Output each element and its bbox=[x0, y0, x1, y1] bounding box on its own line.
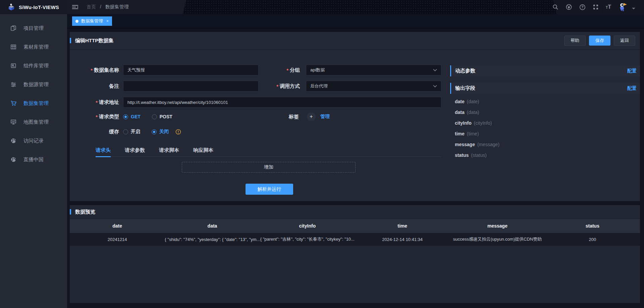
chevron-down-icon bbox=[433, 85, 437, 87]
sliders-icon bbox=[10, 81, 17, 88]
tab-request-headers[interactable]: 请求头 bbox=[96, 144, 111, 157]
top-bar: 首页 / 数据集管理 ? TT bbox=[67, 0, 644, 14]
output-fields-header: 输出字段 配置 bbox=[450, 83, 640, 94]
tab-request-params[interactable]: 请求参数 bbox=[125, 144, 145, 157]
warning-icon bbox=[175, 129, 181, 135]
field-alias: (data) bbox=[467, 110, 479, 115]
parse-and-run-button[interactable]: 解析并运行 bbox=[246, 184, 293, 195]
output-fields-config-link[interactable]: 配置 bbox=[627, 85, 637, 91]
sidebar-item-material[interactable]: 素材库管理 bbox=[0, 38, 67, 56]
output-field-item: status (status) bbox=[450, 150, 640, 161]
request-method-label: * 请求类型 bbox=[70, 113, 119, 120]
back-button[interactable]: 返回 bbox=[614, 36, 635, 46]
radio-post-label[interactable]: POST bbox=[160, 114, 172, 119]
invoke-mode-select[interactable]: 后台代理 bbox=[306, 81, 441, 91]
field-name: cityInfo bbox=[455, 120, 472, 126]
dynamic-params-header: 动态参数 配置 bbox=[450, 65, 640, 76]
data-preview-header: 数据预览 bbox=[70, 205, 640, 219]
sidebar-item-live-china[interactable]: 直播中国 bbox=[0, 150, 67, 169]
tag-label: 标签 bbox=[251, 113, 299, 120]
manage-tags-link[interactable]: 管理 bbox=[320, 114, 330, 120]
cell-status: 200 bbox=[545, 237, 640, 242]
breadcrumb-separator: / bbox=[100, 4, 101, 9]
tag-controls: + 管理 bbox=[307, 112, 330, 121]
logo[interactable]: SiWu-IoT-VIEWS bbox=[0, 0, 67, 14]
column-header: message bbox=[450, 223, 545, 229]
sidebar-item-project[interactable]: 项目管理 bbox=[0, 19, 67, 38]
github-icon[interactable] bbox=[566, 4, 572, 10]
editor-panel: 编辑HTTP数据集 帮助 保存 返回 * 数据集名称 * 分组 api数据 备注 bbox=[70, 32, 640, 201]
sidebar-item-label: 访问记录 bbox=[23, 138, 44, 144]
column-header: status bbox=[545, 223, 640, 229]
add-tag-button[interactable]: + bbox=[307, 112, 316, 121]
radio-cache-off-label[interactable]: 关闭 bbox=[159, 129, 169, 135]
sidebar-item-component[interactable]: 组件库管理 bbox=[0, 56, 67, 75]
component-icon bbox=[10, 62, 17, 69]
field-name: data bbox=[455, 110, 465, 115]
field-alias: (date) bbox=[467, 99, 479, 104]
group-select[interactable]: api数据 bbox=[306, 65, 441, 75]
save-button[interactable]: 保存 bbox=[589, 36, 610, 46]
output-fields-title: 输出字段 bbox=[455, 85, 475, 91]
search-icon[interactable] bbox=[552, 4, 559, 10]
sidebar-item-datasource[interactable]: 数据源管理 bbox=[0, 75, 67, 94]
fullscreen-icon[interactable] bbox=[592, 4, 599, 10]
sidebar-item-dataset[interactable]: 数据集管理 bbox=[0, 94, 67, 113]
request-url-input[interactable] bbox=[123, 97, 441, 108]
collapse-menu-icon[interactable] bbox=[72, 4, 78, 10]
avatar[interactable] bbox=[618, 2, 627, 12]
breadcrumb-home[interactable]: 首页 bbox=[87, 4, 96, 9]
output-field-item: cityInfo (cityInfo) bbox=[450, 118, 640, 128]
dynamic-params-config-link[interactable]: 配置 bbox=[627, 68, 637, 74]
editor-title: 编辑HTTP数据集 bbox=[75, 38, 113, 44]
sidebar-item-access-log[interactable]: 访问记录 bbox=[0, 131, 67, 150]
output-field-item: time (time) bbox=[450, 128, 640, 139]
group-select-value: api数据 bbox=[310, 67, 433, 73]
field-alias: (message) bbox=[477, 142, 499, 147]
font-size-icon[interactable]: TT bbox=[606, 4, 611, 10]
help-button[interactable]: 帮助 bbox=[564, 36, 586, 46]
sidebar-nav: 项目管理 素材库管理 组件库管理 数据源管理 bbox=[0, 14, 67, 169]
invoke-mode-label: * 调用方式 bbox=[237, 81, 300, 91]
params-column: 动态参数 配置 输出字段 配置 date (date) data (data) … bbox=[450, 65, 640, 161]
required-asterisk: * bbox=[91, 67, 93, 73]
data-preview-panel: 数据预览 date data cityInfo time message sta… bbox=[70, 205, 640, 303]
tab-request-script[interactable]: 请求脚本 bbox=[159, 144, 179, 157]
sidebar-item-label: 素材库管理 bbox=[23, 44, 49, 50]
cache-label: 缓存 bbox=[70, 128, 119, 135]
radio-cache-off[interactable] bbox=[152, 129, 157, 134]
column-header: time bbox=[355, 223, 450, 229]
tab-label: 数据集管理 bbox=[81, 18, 103, 24]
sidebar-item-mapset[interactable]: 地图集管理 bbox=[0, 113, 67, 131]
radio-get[interactable] bbox=[123, 114, 128, 119]
user-menu-caret-icon[interactable] bbox=[632, 8, 635, 9]
radio-get-label[interactable]: GET bbox=[131, 114, 141, 119]
field-name: time bbox=[455, 131, 465, 136]
field-alias: (status) bbox=[471, 152, 487, 158]
sidebar: SiWu-IoT-VIEWS 项目管理 素材库管理 组件库管理 bbox=[0, 0, 67, 308]
tab-response-script[interactable]: 响应脚本 bbox=[193, 144, 213, 157]
app-root: SiWu-IoT-VIEWS 项目管理 素材库管理 组件库管理 bbox=[0, 0, 644, 308]
dataset-name-label: * 数据集名称 bbox=[70, 65, 119, 75]
column-header: cityInfo bbox=[260, 223, 355, 229]
sidebar-item-label: 直播中国 bbox=[23, 157, 44, 163]
output-field-item: data (data) bbox=[450, 107, 640, 118]
column-header: date bbox=[70, 223, 165, 229]
table-row[interactable]: 20241214 { "shidu": "74%", "yesterday": … bbox=[70, 233, 640, 246]
question-icon[interactable]: ? bbox=[579, 4, 586, 10]
cell-date: 20241214 bbox=[70, 237, 165, 242]
grid-icon bbox=[10, 44, 17, 50]
tab-close-icon[interactable]: × bbox=[106, 19, 109, 23]
active-tab-dot-icon bbox=[75, 20, 78, 23]
field-name: message bbox=[455, 142, 475, 147]
chevron-down-icon bbox=[433, 69, 437, 71]
field-name: status bbox=[455, 152, 469, 158]
radio-cache-on[interactable] bbox=[123, 129, 128, 134]
radio-cache-on-label[interactable]: 开启 bbox=[131, 129, 140, 135]
radio-post[interactable] bbox=[152, 114, 157, 119]
tab-dataset-management[interactable]: 数据集管理 × bbox=[72, 16, 112, 26]
sidebar-item-label: 地图集管理 bbox=[23, 119, 49, 125]
sidebar-item-label: 项目管理 bbox=[23, 25, 44, 32]
add-header-button[interactable]: 增加 bbox=[182, 162, 356, 173]
cache-radio-group: 开启 关闭 bbox=[123, 128, 181, 135]
